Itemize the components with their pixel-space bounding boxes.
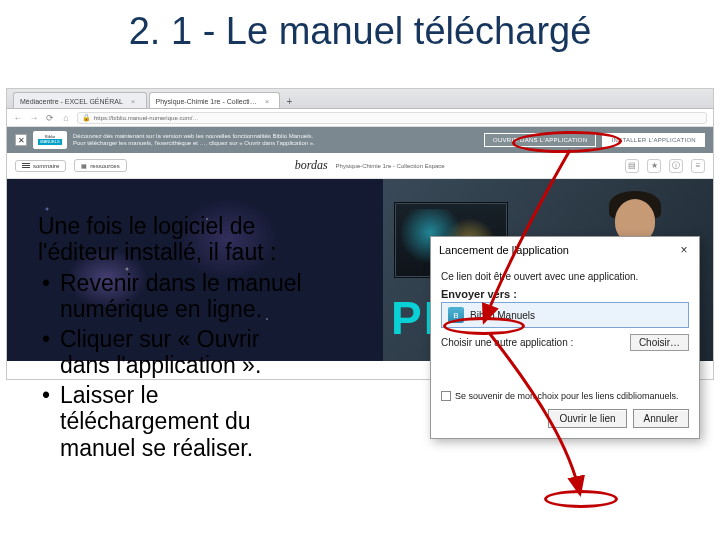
close-icon[interactable]: × bbox=[131, 97, 136, 106]
url-text: https://biblio.manuel-numerique.com/… bbox=[94, 115, 198, 121]
bullet-item: Cliquer sur « Ouvrir dans l'application … bbox=[38, 326, 398, 379]
hamburger-icon bbox=[22, 163, 30, 168]
publisher-logo: bordas bbox=[295, 158, 328, 173]
lock-icon: 🔒 bbox=[82, 114, 91, 122]
toc-icon[interactable]: ▤ bbox=[625, 159, 639, 173]
publisher-title: bordas bbox=[295, 158, 328, 173]
app-option-biblio[interactable]: B Biblio Manuels bbox=[441, 302, 689, 328]
open-in-app-button[interactable]: OUVRIR DANS L'APPLICATION bbox=[484, 133, 597, 147]
text-line: Une fois le logiciel de bbox=[38, 213, 398, 239]
forward-icon[interactable]: → bbox=[29, 113, 39, 123]
info-icon[interactable]: ⓘ bbox=[669, 159, 683, 173]
book-name: Physique-Chimie 1re - Collection Espace bbox=[336, 163, 445, 169]
launch-app-dialog: Lancement de l'application × Ce lien doi… bbox=[430, 236, 700, 439]
cancel-button[interactable]: Annuler bbox=[633, 409, 689, 428]
instruction-text: Une fois le logiciel de l'éditeur instal… bbox=[38, 213, 398, 464]
choose-button[interactable]: Choisir… bbox=[630, 334, 689, 351]
new-tab-button[interactable]: + bbox=[282, 94, 296, 108]
book-toolbar: sommaire ▦ ressources bordas Physique-Ch… bbox=[7, 153, 713, 179]
choose-other-label: Choisir une autre application : bbox=[441, 337, 573, 348]
text-line: l'éditeur installé, il faut : bbox=[38, 239, 398, 265]
browser-tab[interactable]: Médiacentre - EXCEL GÉNÉRAL × bbox=[13, 92, 147, 108]
banner-text: Découvrez dès maintenant sur la version … bbox=[73, 133, 478, 147]
slide: 2. 1 - Le manuel téléchargé Médiacentre … bbox=[0, 0, 720, 540]
promo-banner: ✕ BiblioMANUELS Découvrez dès maintenant… bbox=[7, 127, 713, 153]
ressources-button[interactable]: ▦ ressources bbox=[74, 159, 126, 172]
tab-strip: Médiacentre - EXCEL GÉNÉRAL × Physique-C… bbox=[7, 89, 713, 109]
send-to-label: Envoyer vers : bbox=[441, 288, 689, 300]
tab-label: Médiacentre - EXCEL GÉNÉRAL bbox=[20, 98, 123, 105]
app-name: Biblio Manuels bbox=[470, 310, 535, 321]
bookmark-icon[interactable]: ★ bbox=[647, 159, 661, 173]
address-bar: ← → ⟳ ⌂ 🔒 https://biblio.manuel-numeriqu… bbox=[7, 109, 713, 127]
biblio-logo: BiblioMANUELS bbox=[33, 131, 67, 149]
open-link-button[interactable]: Ouvrir le lien bbox=[548, 409, 626, 428]
url-field[interactable]: 🔒 https://biblio.manuel-numerique.com/… bbox=[77, 112, 707, 124]
sommaire-button[interactable]: sommaire bbox=[15, 160, 66, 172]
remember-label: Se souvenir de mon choix pour les liens … bbox=[455, 391, 679, 401]
grid-icon: ▦ bbox=[81, 162, 87, 169]
tab-label: Physique-Chimie 1re - Collecti… bbox=[156, 98, 257, 105]
annotation-oval bbox=[544, 490, 618, 508]
close-banner-button[interactable]: ✕ bbox=[15, 134, 27, 146]
bullet-item: Revenir dans le manuel numérique en lign… bbox=[38, 270, 398, 323]
menu-icon[interactable]: ≡ bbox=[691, 159, 705, 173]
reload-icon[interactable]: ⟳ bbox=[45, 113, 55, 123]
dialog-title: Lancement de l'application bbox=[439, 244, 569, 256]
back-icon[interactable]: ← bbox=[13, 113, 23, 123]
bullet-item: Laisser le téléchargement du manuel se r… bbox=[38, 382, 398, 461]
browser-tab[interactable]: Physique-Chimie 1re - Collecti… × bbox=[149, 92, 281, 108]
dialog-close-button[interactable]: × bbox=[677, 243, 691, 257]
install-app-button[interactable]: INSTALLER L'APPLICATION bbox=[602, 133, 705, 147]
slide-title: 2. 1 - Le manuel téléchargé bbox=[0, 10, 720, 53]
remember-checkbox[interactable] bbox=[441, 391, 451, 401]
app-icon: B bbox=[448, 307, 464, 323]
home-icon[interactable]: ⌂ bbox=[61, 113, 71, 123]
dialog-text: Ce lien doit être ouvert avec une applic… bbox=[441, 271, 689, 282]
close-icon[interactable]: × bbox=[265, 97, 270, 106]
